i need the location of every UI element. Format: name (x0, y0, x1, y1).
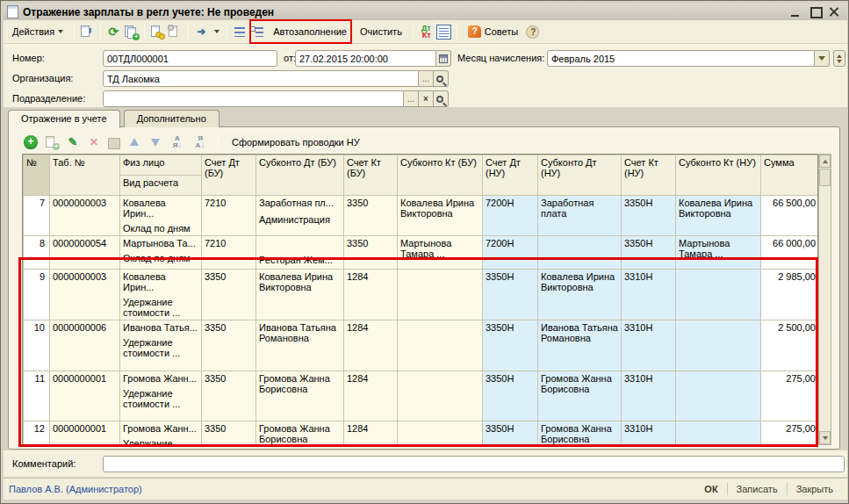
cell-row-number[interactable]: 11 (24, 371, 50, 421)
cell-tab-number[interactable]: 0000000054 (50, 236, 120, 270)
scroll-thumb[interactable] (819, 169, 831, 186)
maximize-icon[interactable] (809, 7, 821, 17)
department-search-button[interactable] (434, 90, 449, 107)
cell-sub-kt-bu[interactable] (398, 270, 483, 320)
cell-person[interactable]: Мартынова Та...Оклад по дням (120, 236, 202, 270)
calendar-button[interactable] (436, 50, 451, 67)
cell-sum[interactable]: 275,00 (761, 421, 819, 446)
cell-sub-dt-nu[interactable]: Иванова Татьяна Романовна (538, 320, 622, 371)
cell-sub-kt-bu[interactable]: Мартынова Тамара ... (398, 236, 483, 270)
cell-dt-bu[interactable]: 3350 (202, 371, 256, 421)
department-input[interactable] (103, 90, 404, 107)
cell-kt-bu[interactable]: 3350 (344, 236, 398, 270)
cell-sub-dt-nu[interactable] (538, 236, 622, 270)
cell-kt-bu[interactable]: 1284 (344, 270, 398, 320)
cell-sub-dt-bu[interactable]: Громова Жанна Борисовна (256, 421, 344, 446)
cell-kt-nu[interactable]: 3310Н (622, 270, 676, 320)
cell-dt-nu[interactable]: 7200Н (483, 196, 538, 236)
cell-sum[interactable]: 275,00 (761, 371, 819, 421)
dtkt-postings-icon[interactable]: Дт Кт (419, 25, 434, 39)
edit-row-icon[interactable] (66, 135, 80, 149)
current-user[interactable]: Павлов А.В. (Администратор) (9, 484, 142, 494)
cell-sub-kt-bu[interactable] (398, 320, 483, 371)
end-edit-icon[interactable] (108, 138, 120, 149)
copy-new-icon[interactable] (124, 25, 139, 40)
cell-dt-bu[interactable]: 7210 (202, 236, 256, 270)
month-spinner[interactable] (833, 50, 845, 67)
cell-kt-nu[interactable]: 3310Н (622, 320, 676, 371)
cell-tab-number[interactable]: 0000000001 (50, 421, 120, 446)
tips-button[interactable]: Советы (463, 23, 523, 40)
col-header-sub-kt-nu[interactable]: Субконто Кт (НУ) (676, 155, 761, 196)
move-down-icon[interactable] (148, 135, 162, 149)
cell-sub-dt-nu[interactable]: Ковалева Ирина Викторовна (538, 270, 622, 320)
minimize-icon[interactable] (790, 7, 802, 17)
cell-tab-number[interactable]: 0000000001 (50, 371, 120, 421)
col-header-sub-kt-bu[interactable]: Субконто Кт (БУ) (398, 155, 483, 196)
cell-person[interactable]: Иванова Татья...Удержание стоимости ... (120, 320, 202, 371)
list-settings-icon[interactable] (250, 25, 265, 40)
col-header-dt-bu[interactable]: Счет Дт (БУ) (202, 155, 256, 196)
table-row[interactable]: 80000000054Мартынова Та...Оклад по дням7… (24, 236, 819, 270)
cell-dt-nu[interactable]: 3350Н (483, 421, 538, 446)
cell-row-number[interactable]: 12 (24, 421, 50, 446)
department-lookup-button[interactable]: ... (404, 90, 419, 107)
scroll-up-icon[interactable] (819, 155, 831, 168)
department-clear-button[interactable]: × (419, 90, 434, 107)
cell-dt-bu[interactable]: 3350 (202, 320, 256, 371)
cell-kt-bu[interactable]: 3350 (344, 196, 398, 236)
cell-sub-kt-bu[interactable] (398, 421, 483, 446)
cell-row-number[interactable]: 7 (24, 196, 50, 236)
cell-sub-dt-bu[interactable]: Заработная пл...Администрация (256, 196, 344, 236)
add-row-icon[interactable] (24, 135, 38, 149)
cell-sub-kt-nu[interactable] (676, 371, 761, 421)
cell-dt-nu[interactable]: 3350Н (483, 270, 538, 320)
cell-sub-kt-nu[interactable]: Ковалева Ирина Викторовна (676, 196, 761, 236)
table-vscrollbar[interactable] (818, 154, 831, 445)
table-row[interactable]: 100000000006Иванова Татья...Удержание ст… (24, 320, 819, 371)
cell-kt-bu[interactable]: 1284 (344, 320, 398, 371)
cell-tab-number[interactable]: 0000000003 (50, 270, 120, 320)
close-button[interactable]: Закрыть (788, 482, 842, 496)
cell-sub-dt-bu[interactable]: Ковалева Ирина Викторовна (256, 270, 344, 320)
cell-kt-bu[interactable]: 1284 (344, 421, 398, 446)
col-header-tab[interactable]: Таб. № (50, 155, 120, 196)
cell-sub-kt-bu[interactable] (398, 371, 483, 421)
cell-sub-dt-bu[interactable]: Ресторан Жем... (256, 236, 344, 270)
col-header-sum[interactable]: Сумма (761, 155, 819, 196)
help-icon[interactable] (526, 25, 539, 39)
table-row[interactable]: 120000000001Громова Жанн...Удержание сто… (24, 421, 819, 446)
actions-button[interactable]: Действия (7, 24, 68, 40)
cell-sum[interactable]: 2 985,00 (761, 270, 819, 320)
scroll-down-icon[interactable] (819, 431, 831, 444)
cell-sub-dt-bu[interactable]: Громова Жанна Борисовна (256, 371, 344, 421)
cell-sub-dt-bu[interactable]: Иванова Татьяна Романовна (256, 320, 344, 371)
reread-icon[interactable] (80, 25, 95, 40)
sort-desc-icon[interactable]: ЯА↓ (192, 135, 208, 149)
cell-dt-nu[interactable]: 3350Н (483, 371, 538, 421)
cell-row-number[interactable]: 8 (24, 236, 50, 270)
organization-input[interactable] (103, 70, 419, 87)
cell-sum[interactable]: 66 000,00 (761, 236, 819, 270)
list-structure-icon[interactable] (233, 25, 248, 40)
col-header-dt-nu[interactable]: Счет Дт (НУ) (483, 155, 538, 196)
cell-person[interactable]: Ковалева Ирин...Оклад по дням (120, 196, 202, 236)
month-dropdown-button[interactable] (815, 50, 830, 67)
clear-button[interactable]: Очистить (355, 24, 407, 40)
cell-sub-dt-nu[interactable]: Заработная плата (538, 196, 622, 236)
table-row[interactable]: 90000000003Ковалева Ирин...Удержание сто… (24, 270, 819, 320)
col-header-num[interactable]: № (24, 155, 50, 196)
col-header-sub-dt-bu[interactable]: Субконто Дт (БУ) (256, 155, 344, 196)
move-up-icon[interactable] (127, 135, 141, 149)
cell-person[interactable]: Громова Жанн...Удержание стоимости ... (120, 421, 202, 446)
cell-row-number[interactable]: 9 (24, 270, 50, 320)
cell-sub-kt-nu[interactable] (676, 421, 761, 446)
col-header-kt-bu[interactable]: Счет Кт (БУ) (344, 155, 398, 196)
cell-dt-bu[interactable]: 7210 (202, 196, 256, 236)
cell-sub-kt-nu[interactable]: Мартынова Тамара ... (676, 236, 761, 270)
cell-sub-kt-nu[interactable] (676, 270, 761, 320)
cell-sum[interactable]: 66 500,00 (761, 196, 819, 236)
cell-sub-dt-nu[interactable]: Громова Жанна Борисовна (538, 371, 622, 421)
organization-search-button[interactable] (434, 70, 449, 87)
number-input[interactable] (103, 50, 277, 67)
